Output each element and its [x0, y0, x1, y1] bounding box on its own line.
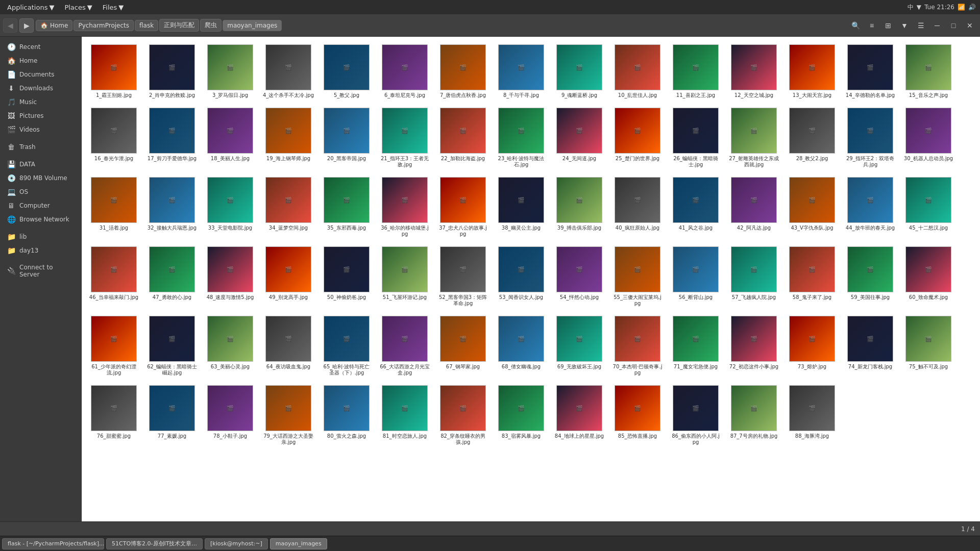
minimize-button[interactable]: ─ — [930, 18, 944, 33]
file-item[interactable]: 🎬43_V字仇杀队.jpg — [784, 173, 840, 241]
maximize-button[interactable]: □ — [946, 18, 961, 33]
file-item[interactable]: 🎬75_触不可及.jpg — [900, 312, 957, 380]
file-item[interactable]: 🎬2_肖申克的救赎.jpg — [144, 41, 200, 102]
file-item[interactable]: 🎬49_别龙高手.jpg — [260, 243, 316, 310]
file-item[interactable]: 🎬85_恐怖直播.jpg — [609, 382, 666, 449]
file-item[interactable]: 🎬7_唐伯虎点秋香.jpg — [435, 41, 491, 102]
file-item[interactable]: 🎬78_小鞋子.jpg — [202, 382, 258, 449]
file-item[interactable]: 🎬32_接触大兵瑞恩.jpg — [144, 173, 200, 241]
file-item[interactable]: 🎬68_倩女幽魂.jpg — [493, 312, 549, 380]
file-item[interactable]: 🎬14_辛德勒的名单.jpg — [842, 41, 898, 102]
file-item[interactable]: 🎬30_机器人总动员.jpg — [900, 104, 957, 171]
file-item[interactable]: 🎬8_千与千寻.jpg — [493, 41, 549, 102]
file-item[interactable]: 🎬63_美丽心灵.jpg — [202, 312, 258, 380]
file-item[interactable]: 🎬42_阿凡达.jpg — [726, 173, 782, 241]
file-item[interactable]: 🎬73_熔炉.jpg — [784, 312, 840, 380]
taskbar-item-51cto[interactable]: 51CTO博客2.0-原创IT技术文章... — [106, 538, 203, 549]
file-item[interactable]: 🎬44_放牛班的春天.jpg — [842, 173, 898, 241]
file-item[interactable]: 🎬51_飞屋环游记.jpg — [377, 243, 433, 310]
file-item[interactable]: 🎬57_飞越疯人院.jpg — [726, 243, 782, 310]
sidebar-item-connect-server[interactable]: 🔌 Connect to Server — [2, 261, 79, 281]
file-item[interactable]: 🎬80_萤火之森.jpg — [318, 382, 375, 449]
file-item[interactable]: 🎬34_蓝梦空间.jpg — [260, 173, 316, 241]
sidebar-item-trash[interactable]: 🗑 Trash — [2, 140, 79, 154]
file-item[interactable]: 🎬82_穿条纹睡衣的男孩.jpg — [435, 382, 491, 449]
file-item[interactable]: 🎬60_致命魔术.jpg — [900, 243, 957, 310]
file-item[interactable]: 🎬71_魔女宅急便.jpg — [668, 312, 724, 380]
file-item[interactable]: 🎬67_钢琴家.jpg — [435, 312, 491, 380]
breadcrumb-regex[interactable]: 正则与匹配 — [159, 19, 199, 32]
file-item[interactable]: 🎬25_楚门的世界.jpg — [609, 104, 666, 171]
file-item[interactable]: 🎬6_泰坦尼克号.jpg — [377, 41, 433, 102]
file-item[interactable]: 🎬54_怦然心动.jpg — [551, 243, 607, 310]
file-item[interactable]: 🎬33_天堂电影院.jpg — [202, 173, 258, 241]
taskbar-item-maoyan[interactable]: maoyan_images — [270, 538, 327, 549]
file-item[interactable]: 🎬46_当幸福来敲门.jpg — [86, 243, 142, 310]
sidebar-item-music[interactable]: 🎵 Music — [2, 95, 79, 109]
file-item[interactable]: 🎬59_美国往事.jpg — [842, 243, 898, 310]
sidebar-item-documents[interactable]: 📄 Documents — [2, 68, 79, 81]
files-menu[interactable]: Files ▼ — [100, 3, 127, 12]
file-item[interactable]: 🎬50_神偷奶爸.jpg — [318, 243, 375, 310]
file-item[interactable]: 🎬16_春光乍泄.jpg — [86, 104, 142, 171]
file-item[interactable]: 🎬79_大话西游之大圣娶亲.jpg — [260, 382, 316, 449]
file-item[interactable]: 🎬21_指环王3：王者无敌.jpg — [377, 104, 433, 171]
file-item[interactable]: 🎬29_指环王2：双塔奇兵.jpg — [842, 104, 898, 171]
file-item[interactable]: 🎬76_甜蜜蜜.jpg — [86, 382, 142, 449]
sidebar-item-data[interactable]: 💾 DATA — [2, 158, 79, 171]
file-item[interactable]: 🎬36_哈尔的移动城堡.jpg — [377, 173, 433, 241]
file-item[interactable]: 🎬84_地球上的星星.jpg — [551, 382, 607, 449]
file-item[interactable]: 🎬31_活着.jpg — [86, 173, 142, 241]
file-item[interactable]: 🎬3_罗马假日.jpg — [202, 41, 258, 102]
sidebar-item-pictures[interactable]: 🖼 Pictures — [2, 109, 79, 122]
file-item[interactable]: 🎬45_十二怒汉.jpg — [900, 173, 957, 241]
file-item[interactable]: 🎬15_音乐之声.jpg — [900, 41, 957, 102]
view-options-button[interactable]: ▼ — [897, 18, 912, 33]
breadcrumb-flask[interactable]: flask — [135, 20, 158, 31]
file-item[interactable]: 🎬23_哈利·波特与魔法石.jpg — [493, 104, 549, 171]
file-item[interactable]: 🎬10_乱世佳人.jpg — [609, 41, 666, 102]
file-item[interactable]: 🎬88_海豚湾.jpg — [784, 382, 840, 449]
file-item[interactable]: 🎬24_无间道.jpg — [551, 104, 607, 171]
file-item[interactable]: 🎬58_鬼子来了.jpg — [784, 243, 840, 310]
sidebar-item-lib[interactable]: 📁 lib — [2, 230, 79, 243]
file-item[interactable]: 🎬74_新龙门客栈.jpg — [842, 312, 898, 380]
file-item[interactable]: 🎬70_本杰明·巴顿奇事.jpg — [609, 312, 666, 380]
file-item[interactable]: 🎬81_时空恋旅人.jpg — [377, 382, 433, 449]
file-item[interactable]: 🎬11_喜剧之王.jpg — [668, 41, 724, 102]
forward-button[interactable]: ▶ — [19, 18, 34, 33]
file-item[interactable]: 🎬9_魂断蓝桥.jpg — [551, 41, 607, 102]
file-item[interactable]: 🎬22_加勒比海盗.jpg — [435, 104, 491, 171]
breadcrumb-home[interactable]: 🏠 Home — [36, 20, 72, 31]
taskbar-item-terminal[interactable]: [kiosk@myhost:~] — [205, 538, 268, 549]
file-item[interactable]: 🎬37_忠犬八公的故事.jpg — [435, 173, 491, 241]
file-item[interactable]: 🎬47_勇敢的心.jpg — [144, 243, 200, 310]
file-item[interactable]: 🎬52_黑客帝国3：矩阵革命.jpg — [435, 243, 491, 310]
file-item[interactable]: 🎬86_偷东西的小人阿.jpg — [668, 382, 724, 449]
file-item[interactable]: 🎬66_大话西游之月光宝盒.jpg — [377, 312, 433, 380]
taskbar-item-flask[interactable]: flask - [~/PycharmProjects/flask]... — [2, 538, 104, 549]
grid-view-button[interactable]: ⊞ — [881, 18, 895, 33]
file-item[interactable]: 🎬1_霸王别姬.jpg — [86, 41, 142, 102]
file-item[interactable]: 🎬61_少年派的奇幻漂流.jpg — [86, 312, 142, 380]
file-item[interactable]: 🎬53_闻香识女人.jpg — [493, 243, 549, 310]
file-item[interactable]: 🎬12_天空之城.jpg — [726, 41, 782, 102]
file-item[interactable]: 🎬77_素媛.jpg — [144, 382, 200, 449]
back-button[interactable]: ◀ — [3, 18, 17, 33]
close-button[interactable]: ✕ — [963, 18, 977, 33]
file-item[interactable]: 🎬20_黑客帝国.jpg — [318, 104, 375, 171]
file-item[interactable]: 🎬39_搏击俱乐部.jpg — [551, 173, 607, 241]
file-item[interactable]: 🎬38_幽灵公主.jpg — [493, 173, 549, 241]
places-menu[interactable]: Places ▼ — [61, 3, 95, 12]
file-item[interactable]: 🎬83_宿雾风暴.jpg — [493, 382, 549, 449]
file-item[interactable]: 🎬64_夜访吸血鬼.jpg — [260, 312, 316, 380]
sidebar-item-computer[interactable]: 🖥 Computer — [2, 199, 79, 212]
file-item[interactable]: 🎬4_这个杀手不太冷.jpg — [260, 41, 316, 102]
sidebar-item-downloads[interactable]: ⬇ Downloads — [2, 82, 79, 95]
file-item[interactable]: 🎬56_断背山.jpg — [668, 243, 724, 310]
sidebar-item-recent[interactable]: 🕐 Recent — [2, 40, 79, 54]
sidebar-item-browse-network[interactable]: 🌐 Browse Network — [2, 213, 79, 226]
file-item[interactable]: 🎬19_海上钢琴师.jpg — [260, 104, 316, 171]
file-item[interactable]: 🎬27_射雕英雄传之东成西就.jpg — [726, 104, 782, 171]
file-item[interactable]: 🎬17_剪刀手爱德华.jpg — [144, 104, 200, 171]
